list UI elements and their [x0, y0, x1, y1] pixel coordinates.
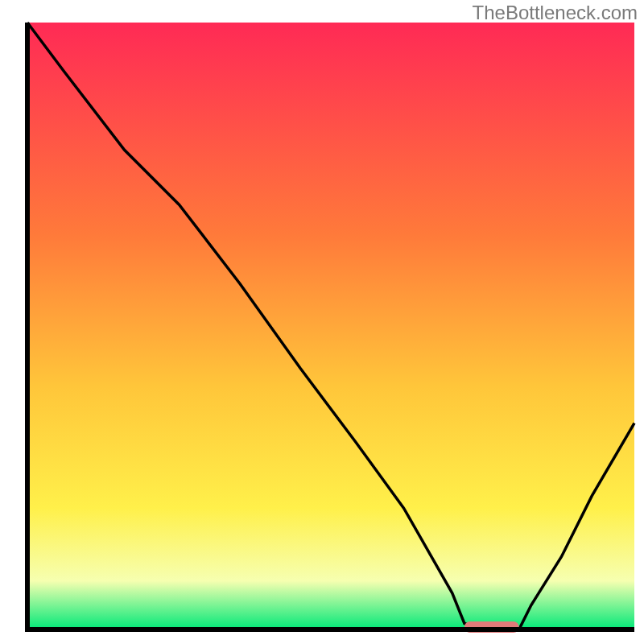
- chart-container: TheBottleneck.com: [0, 0, 644, 644]
- plot-background: [27, 23, 634, 630]
- watermark-text: TheBottleneck.com: [473, 2, 638, 24]
- chart-svg: [0, 0, 644, 644]
